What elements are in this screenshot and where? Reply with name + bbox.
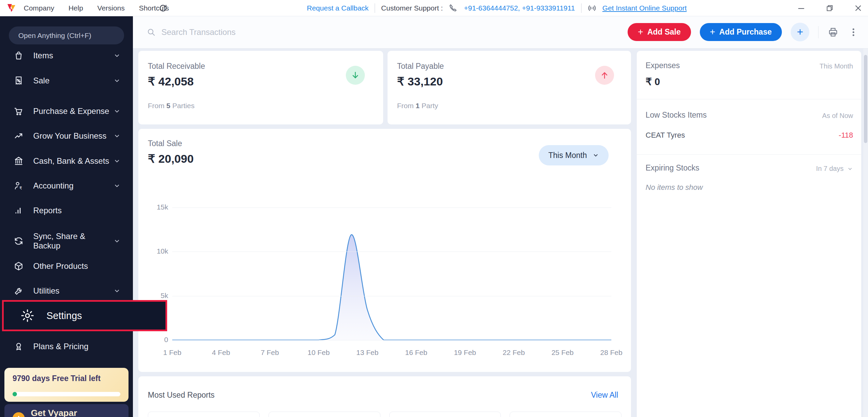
- sidebar-item-other-products[interactable]: Other Products: [0, 256, 133, 276]
- bar-chart-icon: [14, 205, 24, 216]
- add-sale-button[interactable]: + Add Sale: [628, 23, 691, 41]
- total-sale-card: Total Sale ₹ 20,090 This Month 05k10k15k…: [138, 129, 631, 372]
- receivable-trend-badge: [346, 66, 365, 85]
- chevron-down-icon: [113, 132, 121, 140]
- sidebar-item-label: Sync, Share & Backup: [33, 232, 113, 251]
- sidebar-item-plans-pricing[interactable]: Plans & Pricing: [0, 337, 133, 356]
- vyapar-logo-icon: [6, 3, 17, 14]
- premium-banner-label: Get Vyapar Premium: [31, 408, 117, 417]
- menu-versions[interactable]: Versions: [97, 4, 125, 12]
- expiring-period-label: In 7 days: [816, 165, 844, 173]
- sidebar-item-accounting[interactable]: ₹ Accounting: [0, 176, 133, 196]
- divider: [637, 99, 861, 99]
- y-axis-tick-label: 15k: [149, 203, 168, 211]
- x-axis-tick-label: 4 Feb: [206, 349, 236, 357]
- trend-up-icon: [14, 131, 24, 141]
- cube-icon: [14, 261, 24, 271]
- chart-area-fill: [172, 235, 611, 340]
- report-card-placeholder[interactable]: [148, 412, 260, 417]
- sidebar-item-label: Sale: [33, 76, 113, 85]
- trial-progress-fill: [13, 392, 17, 396]
- sidebar-item-label: Items: [33, 51, 113, 60]
- request-callback-link[interactable]: Request a Callback: [307, 4, 369, 12]
- close-button[interactable]: [854, 4, 863, 13]
- x-axis-tick-label: 25 Feb: [547, 349, 578, 357]
- support-bar: Request a Callback Customer Support : +9…: [307, 0, 687, 16]
- transaction-search[interactable]: Search Transactions: [146, 16, 236, 48]
- sidebar-item-cash-bank-assets[interactable]: Cash, Bank & Assets: [0, 151, 133, 171]
- expiring-stocks-period-dropdown[interactable]: In 7 days: [816, 165, 853, 173]
- open-anything-search[interactable]: Open Anything (Ctrl+F): [9, 26, 124, 44]
- cart-icon: [14, 106, 24, 116]
- report-card-placeholder[interactable]: [269, 412, 380, 417]
- sidebar-item-label: Other Products: [33, 261, 133, 271]
- sidebar-item-reports[interactable]: Reports: [0, 201, 133, 220]
- payable-trend-badge: [595, 66, 614, 85]
- payable-title: Total Payable: [397, 62, 444, 71]
- bank-icon: [14, 156, 24, 166]
- arrow-down-icon: [350, 70, 360, 80]
- main-header: Search Transactions + Add Sale + Add Pur…: [133, 16, 868, 48]
- online-support-link[interactable]: Get Instant Online Support: [603, 4, 687, 12]
- minimize-button[interactable]: [797, 4, 806, 13]
- more-options-button[interactable]: [848, 26, 859, 38]
- scrollbar-thumb[interactable]: [864, 55, 867, 143]
- chevron-down-icon: [113, 52, 121, 59]
- sidebar-item-sync-share-backup[interactable]: Sync, Share & Backup: [0, 231, 133, 251]
- total-sale-title: Total Sale: [148, 139, 182, 148]
- period-selector[interactable]: This Month: [539, 145, 609, 165]
- chart-gridline: [172, 340, 611, 340]
- sidebar-item-label: Grow Your Business: [33, 131, 113, 141]
- add-sale-label: Add Sale: [647, 27, 680, 37]
- y-axis-tick-label: 5k: [149, 292, 168, 300]
- report-card-placeholder[interactable]: [510, 412, 622, 417]
- add-purchase-button[interactable]: + Add Purchase: [700, 23, 782, 41]
- wrench-icon: [14, 286, 24, 296]
- view-all-link[interactable]: View All: [591, 391, 618, 400]
- menu-company[interactable]: Company: [24, 4, 54, 12]
- total-sale-amount: ₹ 20,090: [148, 152, 194, 165]
- divider: [375, 3, 375, 13]
- sidebar-item-purchase-expense[interactable]: Purchase & Expense: [0, 101, 133, 121]
- plus-glyph: +: [797, 26, 803, 38]
- sidebar-item-items[interactable]: Items: [0, 46, 133, 65]
- sidebar-item-label: Accounting: [33, 181, 113, 191]
- get-premium-banner[interactable]: Get Vyapar Premium ›: [4, 404, 129, 417]
- expenses-amount: ₹ 0: [646, 76, 660, 87]
- phone-icon: [449, 4, 458, 13]
- trial-days-left-text: 9790 days Free Trial left: [13, 374, 129, 383]
- printer-icon: [828, 27, 839, 38]
- receivable-subtitle: From 5 Parties: [148, 102, 195, 110]
- medal-icon: [14, 341, 24, 352]
- divider: [581, 3, 581, 13]
- quick-add-button[interactable]: +: [791, 23, 809, 41]
- most-used-reports-title: Most Used Reports: [148, 391, 215, 400]
- x-axis-tick-label: 1 Feb: [157, 349, 188, 357]
- sidebar-item-label: Reports: [33, 206, 133, 215]
- support-phone-numbers[interactable]: +91-6364444752, +91-9333911911: [464, 4, 575, 12]
- chart-gridline: [172, 252, 611, 252]
- scrollbar-track[interactable]: [863, 48, 868, 417]
- sidebar-item-label: Plans & Pricing: [33, 342, 133, 351]
- y-axis-tick-label: 10k: [149, 247, 168, 255]
- sidebar-item-grow-your-business[interactable]: Grow Your Business: [0, 126, 133, 146]
- report-card-placeholder[interactable]: [389, 412, 501, 417]
- x-axis-tick-label: 28 Feb: [596, 349, 627, 357]
- sidebar-item-settings-selected[interactable]: Settings: [2, 300, 167, 331]
- free-trial-card[interactable]: 9790 days Free Trial left: [4, 368, 129, 402]
- x-axis-tick-label: 16 Feb: [401, 349, 431, 357]
- expiring-stocks-title: Expiring Stocks: [646, 163, 699, 173]
- menu-help[interactable]: Help: [68, 4, 83, 12]
- refresh-icon[interactable]: [159, 4, 167, 13]
- chart-gridline: [172, 207, 611, 208]
- premium-coin-icon: [13, 412, 25, 417]
- search-placeholder: Search Transactions: [161, 27, 236, 37]
- restore-button[interactable]: [825, 4, 834, 13]
- total-receivable-card: Total Receivable ₹ 42,058 From 5 Parties: [138, 51, 383, 124]
- sidebar-item-sale[interactable]: Sale: [0, 71, 133, 91]
- print-button[interactable]: [827, 26, 839, 38]
- low-stock-item-name[interactable]: CEAT Tyres: [646, 131, 685, 140]
- title-bar: Company Help Versions Shortcuts Request …: [0, 0, 868, 16]
- sidebar-item-utilities[interactable]: Utilities: [0, 281, 133, 301]
- x-axis-tick-label: 19 Feb: [450, 349, 480, 357]
